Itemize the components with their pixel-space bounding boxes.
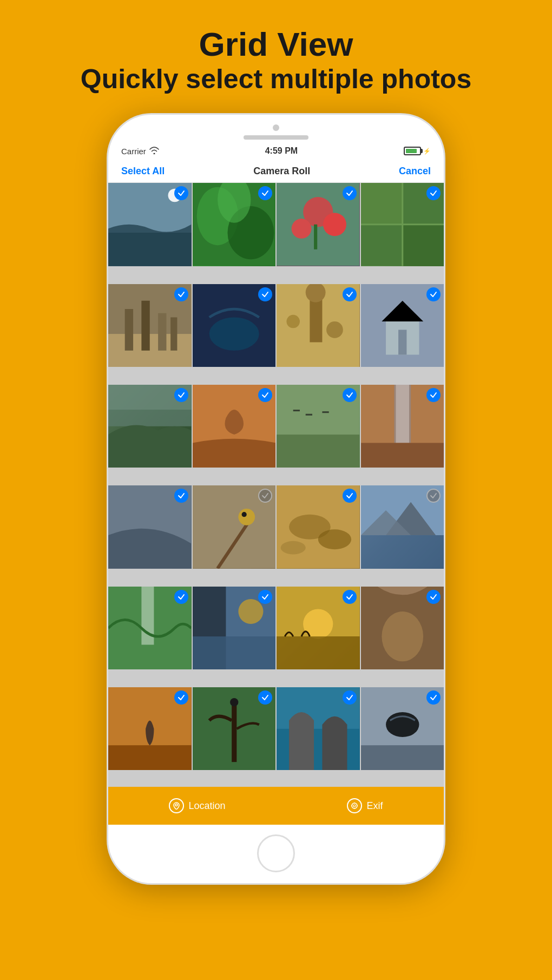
nav-bar: Select All Camera Roll Cancel: [108, 160, 444, 183]
check-badge-8: [426, 287, 441, 301]
location-button[interactable]: Location: [169, 798, 225, 813]
check-badge-2: [258, 186, 272, 200]
exif-label: Exif: [366, 800, 383, 812]
svg-rect-41: [322, 411, 328, 413]
photo-cell-19[interactable]: [277, 587, 360, 670]
cancel-button[interactable]: Cancel: [399, 166, 431, 177]
bottom-toolbar: Location Exif: [108, 787, 444, 825]
svg-rect-19: [125, 309, 133, 351]
svg-point-80: [175, 804, 178, 806]
home-button[interactable]: [257, 834, 295, 872]
svg-point-74: [230, 698, 238, 706]
status-bar: Carrier 4:59 PM ⚡: [108, 140, 444, 160]
check-badge-17: [174, 590, 188, 604]
subtitle-bold: multiple photos: [270, 64, 471, 94]
check-badge-15: [343, 489, 357, 503]
photo-cell-22[interactable]: [193, 687, 276, 771]
photo-cell-13[interactable]: [108, 485, 192, 569]
main-title: Grid View: [81, 26, 471, 63]
check-badge-14: [258, 489, 272, 503]
exif-icon: [347, 798, 362, 813]
check-badge-24: [426, 690, 441, 705]
check-badge-9: [174, 388, 188, 402]
camera-dot: [273, 124, 279, 131]
phone-frame: Carrier 4:59 PM ⚡ Select All Camera Roll…: [108, 115, 444, 883]
svg-point-66: [303, 609, 333, 639]
svg-rect-20: [141, 300, 149, 350]
photo-cell-12[interactable]: [361, 385, 444, 468]
check-badge-16: [426, 489, 441, 503]
check-badge-21: [174, 690, 188, 705]
check-badge-12: [426, 388, 441, 402]
svg-rect-39: [293, 410, 300, 411]
check-badge-5: [174, 287, 188, 301]
check-badge-10: [258, 388, 272, 402]
photo-cell-4[interactable]: [361, 183, 444, 266]
check-badge-18: [258, 590, 272, 604]
photo-cell-3[interactable]: [277, 183, 360, 266]
svg-rect-73: [232, 704, 236, 762]
photo-cell-17[interactable]: [108, 587, 192, 670]
carrier-info: Carrier: [121, 147, 159, 156]
svg-point-29: [326, 321, 343, 338]
svg-rect-78: [361, 745, 444, 770]
photo-cell-2[interactable]: [193, 183, 276, 266]
photo-cell-5[interactable]: [108, 284, 192, 367]
subtitle-normal: Quickly select: [81, 64, 270, 94]
photo-cell-9[interactable]: [108, 385, 192, 468]
photo-cell-15[interactable]: [277, 485, 360, 569]
svg-point-49: [238, 509, 255, 525]
photo-cell-1[interactable]: [108, 183, 192, 266]
svg-point-69: [382, 611, 423, 661]
speaker: [244, 135, 308, 140]
battery-icon: [404, 147, 421, 155]
photo-cell-24[interactable]: [361, 687, 444, 771]
check-badge-20: [426, 590, 441, 604]
photo-cell-7[interactable]: [277, 284, 360, 367]
svg-rect-44: [396, 385, 409, 443]
photo-cell-6[interactable]: [193, 284, 276, 367]
svg-point-24: [209, 317, 259, 350]
battery-fill: [406, 149, 417, 153]
svg-point-82: [353, 805, 356, 807]
photo-cell-20[interactable]: [361, 587, 444, 670]
photo-cell-18[interactable]: [193, 587, 276, 670]
svg-rect-71: [108, 745, 192, 770]
sub-title: Quickly select multiple photos: [81, 63, 471, 95]
battery-indicator: ⚡: [404, 147, 431, 155]
photo-cell-14[interactable]: [193, 485, 276, 569]
svg-point-53: [318, 530, 351, 550]
carrier-label: Carrier: [121, 147, 146, 156]
svg-rect-22: [170, 317, 177, 350]
svg-rect-58: [361, 535, 444, 568]
photo-cell-23[interactable]: [277, 687, 360, 771]
check-badge-6: [258, 287, 272, 301]
svg-point-28: [286, 314, 300, 328]
svg-rect-13: [361, 183, 403, 225]
photo-cell-10[interactable]: [193, 385, 276, 468]
photo-cell-21[interactable]: [108, 687, 192, 771]
svg-point-54: [281, 541, 306, 555]
check-badge-3: [343, 186, 357, 200]
status-time: 4:59 PM: [265, 146, 298, 156]
exif-button[interactable]: Exif: [347, 798, 383, 813]
svg-point-9: [292, 219, 312, 239]
photo-grid: [108, 183, 444, 787]
svg-point-50: [241, 512, 246, 517]
check-badge-11: [343, 388, 357, 402]
photo-cell-8[interactable]: [361, 284, 444, 367]
svg-rect-40: [306, 414, 312, 416]
svg-point-64: [238, 599, 263, 624]
page-header: Grid View Quickly select multiple photos: [81, 26, 471, 95]
photo-cell-11[interactable]: [277, 385, 360, 468]
svg-rect-14: [402, 225, 444, 266]
phone-top-bar: [108, 115, 444, 140]
nav-title: Camera Roll: [253, 166, 310, 177]
svg-rect-33: [398, 330, 406, 354]
check-badge-23: [343, 690, 357, 705]
svg-rect-11: [314, 225, 317, 249]
select-all-button[interactable]: Select All: [121, 166, 165, 177]
bolt-icon: ⚡: [423, 148, 431, 155]
photo-cell-16[interactable]: [361, 485, 444, 569]
check-badge-7: [343, 287, 357, 301]
